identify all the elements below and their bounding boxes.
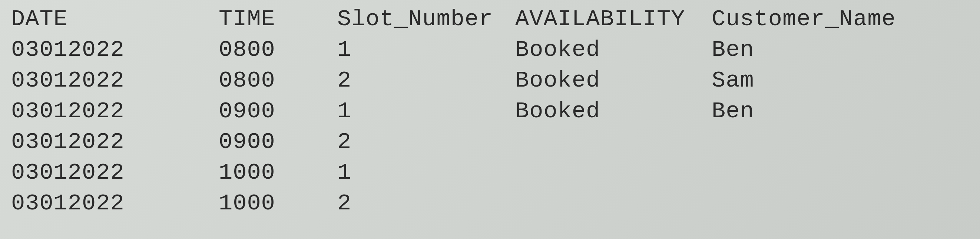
cell-slot: 2 — [334, 65, 512, 96]
cell-customer: Ben — [708, 96, 973, 127]
cell-slot: 1 — [334, 157, 512, 188]
booking-table: DATE TIME Slot_Number AVAILABILITY Custo… — [7, 4, 973, 218]
cell-availability — [512, 188, 708, 218]
cell-customer — [708, 127, 973, 157]
cell-time: 0900 — [215, 127, 334, 157]
cell-date: 03012022 — [7, 157, 215, 188]
cell-slot: 1 — [334, 35, 512, 65]
cell-slot: 2 — [334, 188, 512, 218]
header-date: DATE — [7, 4, 215, 35]
header-slot-number: Slot_Number — [334, 4, 512, 35]
table-row: 03012022 0900 2 — [7, 127, 973, 157]
cell-date: 03012022 — [7, 65, 215, 96]
cell-availability: Booked — [512, 65, 708, 96]
cell-availability: Booked — [512, 96, 708, 127]
cell-time: 0800 — [215, 35, 334, 65]
table-row: 03012022 0900 1 Booked Ben — [7, 96, 973, 127]
cell-time: 0900 — [215, 96, 334, 127]
header-time: TIME — [215, 4, 334, 35]
table-row: 03012022 0800 1 Booked Ben — [7, 35, 973, 65]
cell-date: 03012022 — [7, 35, 215, 65]
table-row: 03012022 0800 2 Booked Sam — [7, 65, 973, 96]
header-customer-name: Customer_Name — [708, 4, 973, 35]
table-row: 03012022 1000 1 — [7, 157, 973, 188]
cell-customer: Sam — [708, 65, 973, 96]
cell-time: 0800 — [215, 65, 334, 96]
cell-customer — [708, 157, 973, 188]
cell-date: 03012022 — [7, 127, 215, 157]
cell-availability — [512, 127, 708, 157]
table-row: 03012022 1000 2 — [7, 188, 973, 218]
table-header-row: DATE TIME Slot_Number AVAILABILITY Custo… — [7, 4, 973, 35]
cell-customer: Ben — [708, 35, 973, 65]
cell-availability: Booked — [512, 35, 708, 65]
header-availability: AVAILABILITY — [512, 4, 708, 35]
cell-time: 1000 — [215, 188, 334, 218]
cell-availability — [512, 157, 708, 188]
cell-slot: 2 — [334, 127, 512, 157]
cell-customer — [708, 188, 973, 218]
cell-date: 03012022 — [7, 188, 215, 218]
cell-slot: 1 — [334, 96, 512, 127]
cell-time: 1000 — [215, 157, 334, 188]
cell-date: 03012022 — [7, 96, 215, 127]
